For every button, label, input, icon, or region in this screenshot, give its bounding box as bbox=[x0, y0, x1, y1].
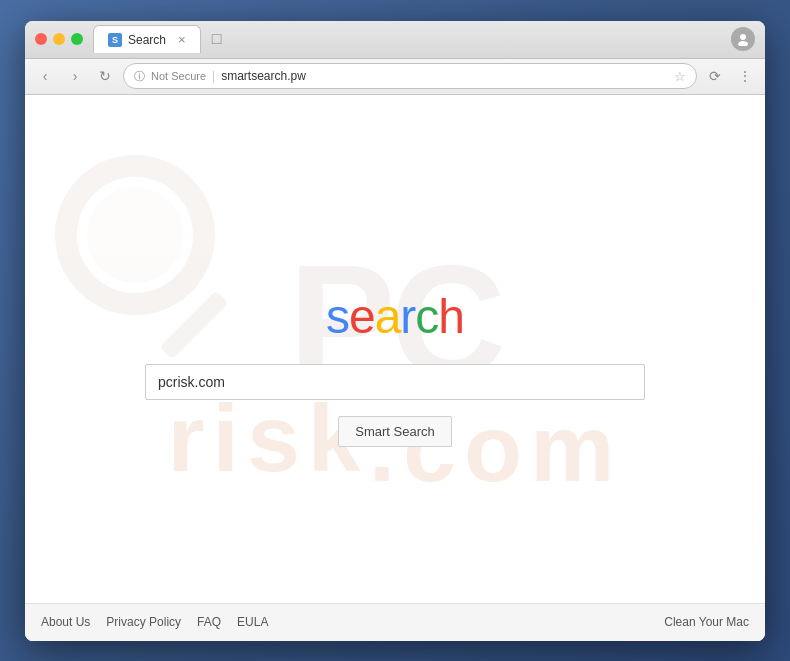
favicon-letter: S bbox=[112, 35, 118, 45]
tab-area: S Search × □ bbox=[93, 25, 731, 53]
footer-eula[interactable]: EULA bbox=[237, 615, 268, 629]
separator: | bbox=[212, 69, 215, 83]
title-bar: S Search × □ bbox=[25, 21, 765, 59]
browser-window: S Search × □ ‹ › ↻ ⓘ Not Secure | bbox=[25, 21, 765, 641]
bookmark-icon[interactable]: ☆ bbox=[674, 69, 686, 84]
security-icon: ⓘ bbox=[134, 69, 145, 84]
main-content: search Smart Search bbox=[25, 289, 765, 447]
logo-r: r bbox=[400, 290, 415, 343]
logo-h: h bbox=[438, 290, 464, 343]
forward-button[interactable]: › bbox=[63, 64, 87, 88]
footer-clean-mac[interactable]: Clean Your Mac bbox=[664, 615, 749, 629]
reload-button[interactable]: ⟳ bbox=[703, 64, 727, 88]
page-content: PC risk .com search Smart Search About U… bbox=[25, 95, 765, 641]
svg-point-1 bbox=[738, 41, 748, 46]
security-label: Not Secure bbox=[151, 70, 206, 82]
reload-icon: ⟳ bbox=[709, 68, 721, 84]
browser-tab[interactable]: S Search × bbox=[93, 25, 201, 53]
address-bar[interactable]: ⓘ Not Secure | smartsearch.pw ☆ bbox=[123, 63, 697, 89]
tab-title: Search bbox=[128, 33, 166, 47]
search-input[interactable] bbox=[145, 364, 645, 400]
page-footer: About Us Privacy Policy FAQ EULA Clean Y… bbox=[25, 603, 765, 641]
menu-button[interactable]: ⋮ bbox=[733, 64, 757, 88]
footer-right: Clean Your Mac bbox=[664, 615, 749, 629]
logo-e: e bbox=[349, 290, 375, 343]
url-text: smartsearch.pw bbox=[221, 69, 306, 83]
footer-about-us[interactable]: About Us bbox=[41, 615, 90, 629]
logo-a: a bbox=[375, 290, 401, 343]
logo-s: s bbox=[326, 290, 349, 343]
profile-icon[interactable] bbox=[731, 27, 755, 51]
minimize-button[interactable] bbox=[53, 33, 65, 45]
back-button[interactable]: ‹ bbox=[33, 64, 57, 88]
search-logo: search bbox=[326, 289, 464, 344]
back-icon: ‹ bbox=[43, 68, 48, 84]
refresh-button[interactable]: ↻ bbox=[93, 64, 117, 88]
smart-search-button[interactable]: Smart Search bbox=[338, 416, 451, 447]
refresh-icon: ↻ bbox=[99, 68, 111, 84]
magnifier-inner bbox=[87, 187, 183, 283]
forward-icon: › bbox=[73, 68, 78, 84]
footer-faq[interactable]: FAQ bbox=[197, 615, 221, 629]
svg-point-0 bbox=[740, 34, 746, 40]
window-controls bbox=[35, 33, 83, 45]
menu-icon: ⋮ bbox=[738, 68, 752, 84]
logo-c: c bbox=[415, 290, 438, 343]
footer-links: About Us Privacy Policy FAQ EULA bbox=[41, 615, 268, 629]
nav-bar: ‹ › ↻ ⓘ Not Secure | smartsearch.pw ☆ ⟳ … bbox=[25, 59, 765, 95]
maximize-button[interactable] bbox=[71, 33, 83, 45]
tab-favicon: S bbox=[108, 33, 122, 47]
new-tab-button[interactable]: □ bbox=[207, 29, 227, 49]
close-button[interactable] bbox=[35, 33, 47, 45]
footer-privacy-policy[interactable]: Privacy Policy bbox=[106, 615, 181, 629]
search-box-container: Smart Search bbox=[145, 364, 645, 447]
tab-close-button[interactable]: × bbox=[178, 33, 186, 46]
